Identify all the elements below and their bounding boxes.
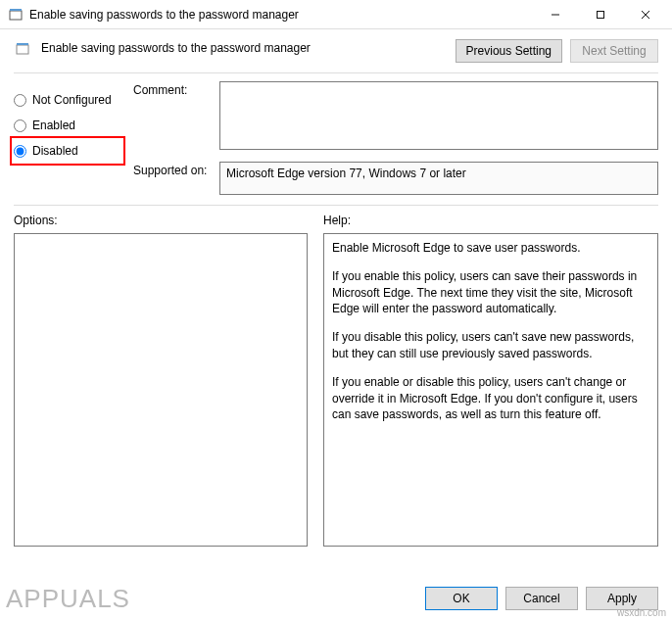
help-paragraph: Enable Microsoft Edge to save user passw… xyxy=(332,240,649,257)
options-label: Options: xyxy=(14,214,308,227)
supported-label: Supported on: xyxy=(133,162,219,177)
radio-disabled-label: Disabled xyxy=(32,144,78,158)
supported-on-text xyxy=(219,162,658,195)
svg-rect-3 xyxy=(598,11,604,18)
comment-label: Comment: xyxy=(133,81,219,97)
svg-rect-7 xyxy=(17,43,28,45)
close-button[interactable] xyxy=(623,0,668,28)
watermark-site: wsxdn.com xyxy=(617,607,666,618)
radio-disabled-highlight: Disabled xyxy=(10,136,125,166)
policy-state-radios: Not Configured Enabled Disabled xyxy=(14,81,121,164)
radio-not-configured-label: Not Configured xyxy=(32,93,112,107)
options-panel[interactable] xyxy=(14,233,308,547)
radio-enabled-label: Enabled xyxy=(32,119,75,132)
window-controls xyxy=(533,0,668,28)
watermark-logo: APPUALS xyxy=(6,584,130,614)
help-label: Help: xyxy=(323,214,658,227)
fields: Comment: Supported on: xyxy=(133,81,658,195)
options-column: Options: xyxy=(14,214,308,547)
app-icon xyxy=(8,7,24,23)
svg-rect-6 xyxy=(17,45,28,54)
comment-textarea[interactable] xyxy=(219,81,658,150)
policy-icon xyxy=(14,41,31,60)
next-setting-button[interactable]: Next Setting xyxy=(570,39,658,63)
svg-rect-0 xyxy=(10,11,22,20)
radio-enabled[interactable]: Enabled xyxy=(14,113,121,138)
radio-enabled-input[interactable] xyxy=(14,119,26,132)
help-paragraph: If you enable or disable this policy, us… xyxy=(332,374,649,423)
radio-not-configured-input[interactable] xyxy=(14,94,26,107)
help-paragraph: If you enable this policy, users can sav… xyxy=(332,268,649,317)
radio-disabled[interactable]: Disabled xyxy=(14,138,121,164)
header: Enable saving passwords to the password … xyxy=(0,29,672,69)
header-title: Enable saving passwords to the password … xyxy=(41,39,311,55)
main-area: Not Configured Enabled Disabled Comment:… xyxy=(0,75,672,547)
help-panel[interactable]: Enable Microsoft Edge to save user passw… xyxy=(323,233,658,547)
radio-disabled-input[interactable] xyxy=(14,145,26,158)
previous-setting-button[interactable]: Previous Setting xyxy=(456,39,562,63)
nav-buttons: Previous Setting Next Setting xyxy=(456,39,658,63)
svg-rect-1 xyxy=(10,9,22,11)
cancel-button[interactable]: Cancel xyxy=(505,587,578,610)
window-title: Enable saving passwords to the password … xyxy=(29,8,299,22)
help-paragraph: If you disable this policy, users can't … xyxy=(332,329,649,362)
help-column: Help: Enable Microsoft Edge to save user… xyxy=(323,214,658,547)
radio-not-configured[interactable]: Not Configured xyxy=(14,87,121,113)
divider xyxy=(14,72,658,73)
maximize-button[interactable] xyxy=(578,0,623,28)
titlebar: Enable saving passwords to the password … xyxy=(0,0,672,29)
minimize-button[interactable] xyxy=(533,0,578,28)
divider-2 xyxy=(14,205,658,206)
ok-button[interactable]: OK xyxy=(425,587,498,610)
